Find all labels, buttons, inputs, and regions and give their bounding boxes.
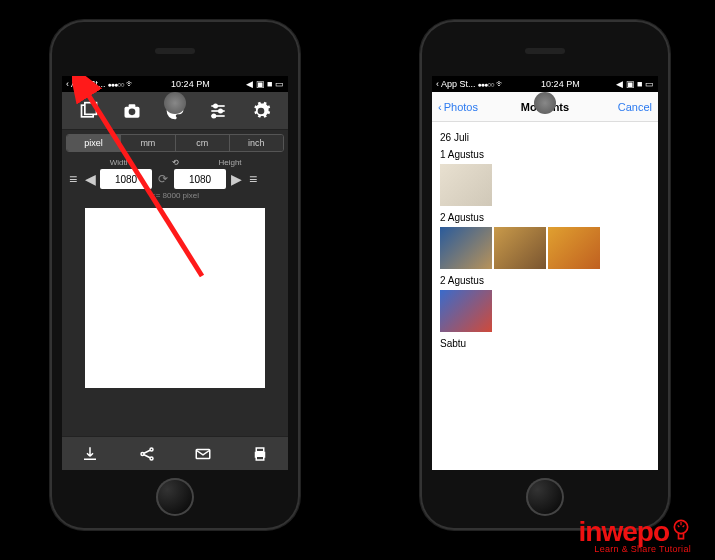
svg-rect-22 — [256, 456, 264, 460]
screen-editor: ‹ App St... ᯤ 10:24 PM ◀ ▣ ■ ▭ — [62, 76, 288, 470]
width-input[interactable] — [100, 169, 152, 189]
status-bar: ‹ App St... ᯤ 10:24 PM ◀ ▣ ■ ▭ — [432, 76, 658, 92]
assistive-touch[interactable] — [164, 92, 186, 114]
canvas[interactable] — [85, 208, 265, 388]
sliders-icon[interactable] — [196, 101, 239, 121]
unit-cm[interactable]: cm — [176, 135, 230, 151]
moments-list[interactable]: 26 Juli 1 Agustus 2 Agustus 2 Agustus Sa… — [432, 122, 658, 470]
svg-rect-21 — [256, 448, 264, 452]
download-icon[interactable] — [62, 437, 119, 470]
back-to-app[interactable]: ‹ App St... — [66, 79, 106, 89]
unit-pixel[interactable]: pixel — [67, 135, 121, 151]
svg-line-17 — [144, 450, 150, 453]
home-button[interactable] — [156, 478, 194, 516]
assistive-touch[interactable] — [534, 92, 556, 114]
arrow-right-icon[interactable]: ▶ — [229, 171, 243, 187]
svg-rect-4 — [129, 104, 136, 107]
gallery-icon[interactable] — [68, 101, 111, 121]
photo-thumb[interactable] — [494, 227, 546, 269]
bottom-toolbar — [62, 436, 288, 470]
camera-icon[interactable] — [111, 101, 154, 121]
height-input[interactable] — [174, 169, 226, 189]
brand-tagline: Learn & Share Tutorial — [579, 544, 691, 554]
status-time: 10:24 PM — [171, 79, 210, 89]
svg-point-14 — [141, 452, 144, 455]
back-to-app[interactable]: ‹ App St... — [436, 79, 476, 89]
mail-icon[interactable] — [175, 437, 232, 470]
print-icon[interactable] — [232, 437, 289, 470]
wifi-icon: ᯤ — [496, 79, 505, 89]
dimension-inputs: ≡ ◀ ⟳ ▶ ≡ — [62, 169, 288, 189]
menu-right-icon[interactable]: ≡ — [246, 171, 260, 187]
svg-point-15 — [150, 448, 153, 451]
unit-mm[interactable]: mm — [121, 135, 175, 151]
size-hint: <= 8000 pixel — [62, 189, 288, 202]
svg-line-18 — [144, 454, 150, 457]
thumb-row — [440, 290, 650, 332]
home-button[interactable] — [526, 478, 564, 516]
phone-speaker — [525, 48, 565, 54]
photo-thumb[interactable] — [440, 227, 492, 269]
link-icon[interactable]: ⟳ — [155, 172, 171, 186]
canvas-area — [62, 202, 288, 436]
phone-right: ‹ App St... ᯤ 10:24 PM ◀ ▣ ■ ▭ ‹ Photos … — [420, 20, 670, 530]
section-label: 26 Juli — [440, 132, 650, 143]
section-label: Sabtu — [440, 338, 650, 349]
thumb-row — [440, 164, 650, 206]
section-label: 2 Agustus — [440, 275, 650, 286]
share-icon[interactable] — [119, 437, 176, 470]
status-indicators: ◀ ▣ ■ ▭ — [616, 79, 654, 89]
section-label: 2 Agustus — [440, 212, 650, 223]
thumb-row — [440, 227, 650, 269]
height-label: Height — [192, 158, 268, 167]
photos-app: ‹ Photos Moments Cancel 26 Juli 1 Agustu… — [432, 92, 658, 470]
status-bar: ‹ App St... ᯤ 10:24 PM ◀ ▣ ■ ▭ — [62, 76, 288, 92]
dimension-labels: Width ⟲ Height — [62, 156, 288, 169]
screen-photos: ‹ App St... ᯤ 10:24 PM ◀ ▣ ■ ▭ ‹ Photos … — [432, 76, 658, 470]
section-label: 1 Agustus — [440, 149, 650, 160]
svg-point-16 — [150, 457, 153, 460]
signal-dots — [478, 79, 494, 89]
brand-logo: inwepo Learn & Share Tutorial — [579, 516, 691, 554]
unit-inch[interactable]: inch — [230, 135, 283, 151]
width-label: Width — [82, 158, 158, 167]
phone-speaker — [155, 48, 195, 54]
svg-point-13 — [212, 114, 215, 117]
wifi-icon: ᯤ — [126, 79, 135, 89]
gear-icon[interactable] — [239, 101, 282, 121]
svg-point-3 — [129, 108, 136, 115]
svg-point-11 — [214, 104, 217, 107]
back-label: Photos — [444, 101, 478, 113]
editor-app: pixel mm cm inch Width ⟲ Height ≡ ◀ ⟳ ▶ … — [62, 92, 288, 470]
signal-dots — [108, 79, 124, 89]
status-time: 10:24 PM — [541, 79, 580, 89]
chevron-left-icon: ‹ — [438, 101, 442, 113]
status-indicators: ◀ ▣ ■ ▭ — [246, 79, 284, 89]
unit-segmented[interactable]: pixel mm cm inch — [66, 134, 284, 152]
photo-thumb[interactable] — [548, 227, 600, 269]
svg-rect-1 — [85, 102, 97, 114]
svg-point-12 — [219, 109, 222, 112]
cancel-button[interactable]: Cancel — [618, 101, 652, 113]
menu-left-icon[interactable]: ≡ — [66, 171, 80, 187]
back-button[interactable]: ‹ Photos — [438, 101, 478, 113]
phone-left: ‹ App St... ᯤ 10:24 PM ◀ ▣ ■ ▭ — [50, 20, 300, 530]
photo-thumb[interactable] — [440, 290, 492, 332]
photo-thumb[interactable] — [440, 164, 492, 206]
bulb-icon — [671, 518, 691, 546]
arrow-left-icon[interactable]: ◀ — [83, 171, 97, 187]
